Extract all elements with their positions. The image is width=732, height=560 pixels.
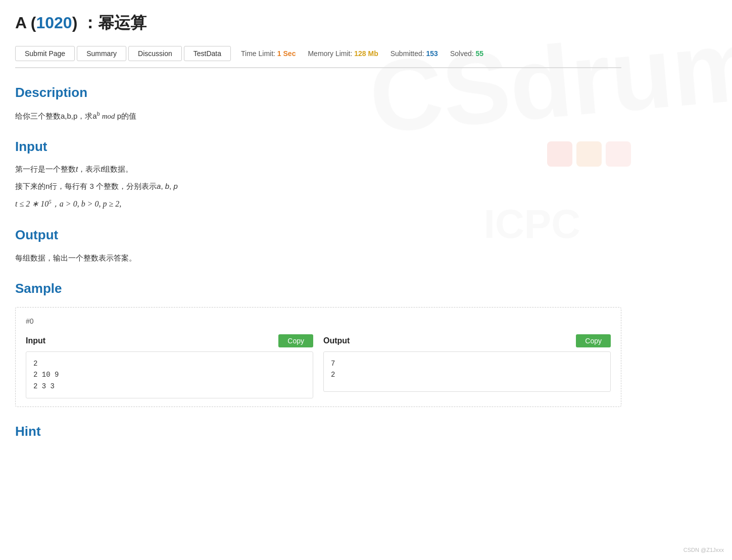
memory-limit-value: 128 Mb — [354, 49, 378, 58]
superscript-b: b — [97, 111, 100, 117]
page-title: A (1020) ：幂运算 — [15, 10, 621, 36]
problem-id: 1020 — [36, 14, 72, 32]
hint-heading: Hint — [15, 421, 621, 442]
discussion-button[interactable]: Discussion — [128, 46, 182, 61]
nav-bar: Submit Page Summary Discussion TestData … — [15, 46, 621, 68]
input-line1: 第一行是一个整数t，表示t组数据。 — [15, 163, 621, 175]
math-mod: mod — [102, 112, 115, 120]
submitted-label: Submitted: 153 — [391, 48, 438, 59]
sample-container: #0 Input Copy 2 2 10 9 2 3 3 Output Copy… — [15, 307, 621, 407]
description-text: 给你三个整数a,b,p，求ab mod p的值 — [15, 110, 621, 122]
submit-page-button[interactable]: Submit Page — [15, 46, 75, 61]
input-line2: 接下来的n行，每行有 3 个整数，分别表示a, b, p — [15, 180, 621, 192]
output-text: 每组数据，输出一个整数表示答案。 — [15, 252, 621, 264]
time-limit-label: Time Limit: 1 Sec — [241, 48, 296, 59]
sample-case-label: #0 — [26, 316, 611, 327]
testdata-button[interactable]: TestData — [184, 46, 231, 61]
summary-button[interactable]: Summary — [77, 46, 126, 61]
sample-io-row: Input Copy 2 2 10 9 2 3 3 Output Copy 7 … — [26, 334, 611, 398]
sample-output-code: 7 2 — [323, 351, 611, 392]
input-heading: Input — [15, 136, 621, 158]
output-copy-button[interactable]: Copy — [576, 334, 611, 347]
time-limit-value: 1 Sec — [277, 49, 296, 58]
solved-label: Solved: 55 — [450, 48, 483, 59]
description-heading: Description — [15, 82, 621, 104]
sample-output-header: Output Copy — [323, 334, 611, 347]
sample-output-title: Output — [323, 334, 350, 347]
solved-value: 55 — [476, 49, 484, 58]
sample-input-code: 2 2 10 9 2 3 3 — [26, 351, 313, 398]
sample-input-title: Input — [26, 334, 45, 347]
input-line3: t ≤ 2 ∗ 105，a > 0, b > 0, p ≥ 2, — [15, 197, 621, 211]
sample-heading: Sample — [15, 278, 621, 299]
problem-name: 幂运算 — [98, 14, 147, 32]
input-copy-button[interactable]: Copy — [278, 334, 313, 347]
meta-info: Time Limit: 1 Sec Memory Limit: 128 Mb S… — [241, 48, 483, 59]
memory-limit-label: Memory Limit: 128 Mb — [308, 48, 378, 59]
sample-output-col: Output Copy 7 2 — [323, 334, 611, 398]
submitted-value: 153 — [426, 49, 438, 58]
sample-input-col: Input Copy 2 2 10 9 2 3 3 — [26, 334, 313, 398]
sample-input-header: Input Copy — [26, 334, 313, 347]
output-heading: Output — [15, 225, 621, 246]
